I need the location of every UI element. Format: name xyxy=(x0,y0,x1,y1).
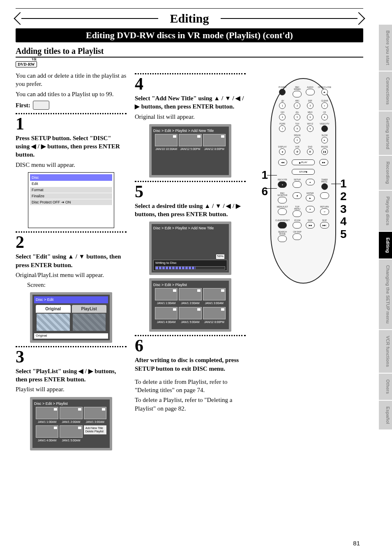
num-6-button: 6 xyxy=(307,114,314,120)
audio-button xyxy=(306,89,315,95)
num-9-button: 9 xyxy=(307,125,314,132)
osd-tab-original: Original xyxy=(36,305,71,313)
rew-button: ◀◀ xyxy=(278,159,287,166)
callout-right-3: 3 xyxy=(340,203,353,216)
num-5-button: 5 xyxy=(294,114,300,120)
tab-editing[interactable]: Editing xyxy=(379,232,392,259)
num-1-button: 1 xyxy=(279,102,286,109)
tab-others[interactable]: Others xyxy=(379,374,392,399)
tab-playing-discs[interactable]: Playing discs xyxy=(379,191,392,231)
tab-before-you-start[interactable]: Before you start xyxy=(379,25,392,71)
step-1-number: 1 xyxy=(16,115,127,132)
pause-button: ❚❚ xyxy=(321,148,328,155)
sub-header: Editing DVD-RW discs in VR mode (Playlis… xyxy=(16,28,363,42)
step-5-head: Select a desired title using ▲ / ▼ / ◀ /… xyxy=(135,203,241,217)
osd-playlist-screen: Disc > Edit > Playlist JAN/1 1:00AM JAN/… xyxy=(30,397,112,450)
num-7-button: 7 xyxy=(279,125,286,132)
osd-playlist-result-screen: Disc > Edit > Playlist JAN/1 1:00AM JAN/… xyxy=(149,278,231,332)
arrow-right-button xyxy=(320,192,329,199)
writing-pct: 58% xyxy=(216,254,224,259)
tab-espanol[interactable]: Español xyxy=(379,401,392,430)
dvd-rw-vr-badge: VR DVD-RW xyxy=(16,61,37,67)
chevron-left-icon xyxy=(14,12,26,25)
intro-p1: You can add or delete a title in the pla… xyxy=(16,72,127,88)
osd-edit-bread: Disc > Edit xyxy=(34,296,108,303)
dotted-separator xyxy=(135,335,246,336)
num-8-button: 8 xyxy=(294,125,300,132)
remote-control-diagram: 1 6 1 2 3 4 5 POWER REC SP xyxy=(270,78,336,284)
osd-addnew-bread: Disc > Edit > Playlist > Add New Title xyxy=(153,128,227,133)
step-4-body: Original list will appear. xyxy=(135,113,246,121)
dotted-separator xyxy=(16,113,127,114)
tab-getting-started[interactable]: Getting started xyxy=(379,111,392,155)
callout-right-2: 2 xyxy=(340,190,353,203)
osd-edit-foot: Original xyxy=(34,333,108,339)
rec-monitor-button xyxy=(278,197,287,203)
stop-button: STOP ■ xyxy=(292,169,315,175)
osd-disc-title: Disc xyxy=(30,174,112,181)
page-number: 81 xyxy=(353,540,360,547)
osd-playlist-bread: Disc > Edit > Playlist xyxy=(34,401,108,406)
dotted-separator xyxy=(16,231,127,233)
callout-right-4: 4 xyxy=(340,215,353,228)
left-column: You can add or delete a title in the pla… xyxy=(16,70,127,454)
osd-disc-item: Edit xyxy=(30,181,112,187)
display-button: ■ xyxy=(279,148,286,155)
step-2-number: 2 xyxy=(16,233,127,251)
tab-connections[interactable]: Connections xyxy=(379,72,392,111)
step-6-head: After writing to disc is completed, pres… xyxy=(135,357,239,372)
dvd-logo-icon xyxy=(33,101,49,110)
arrow-up-button: ▲ xyxy=(306,179,315,185)
ffwd-button: ▶▶ xyxy=(319,159,328,166)
chapter-title: Editing xyxy=(158,12,220,25)
tab-recording[interactable]: Recording xyxy=(379,156,392,189)
chevron-right-icon xyxy=(352,12,365,25)
num-0-button: 0 xyxy=(294,137,300,143)
skip-back-button: |◀◀ xyxy=(306,222,315,229)
return-button: ↩ xyxy=(320,208,329,215)
menu-list-button xyxy=(278,208,287,215)
clear-reset-button xyxy=(278,222,287,229)
step-2-head: Select "Edit" using ▲ / ▼ buttons, then … xyxy=(16,253,121,268)
video-tv-button xyxy=(321,125,328,132)
step-4-head: Select "Add New Title" using ▲ / ▼ / ◀ /… xyxy=(135,95,244,110)
callout-left-1: 1 xyxy=(255,169,268,182)
dotted-separator xyxy=(135,181,246,182)
skip-fwd-button: ▶▶| xyxy=(320,222,329,229)
zoom-button xyxy=(293,222,302,229)
tab-changing-setup-menu[interactable]: Changing the SETUP menu xyxy=(379,259,392,329)
osd-disc-item: Finalize xyxy=(30,193,112,199)
chapter-header: Editing xyxy=(16,9,363,28)
play-button: ▶ PLAY xyxy=(292,159,315,165)
power-button xyxy=(279,89,286,95)
step-6-body2: To delete a Playlist, refer to "Deleting… xyxy=(135,396,246,413)
top-menu-button xyxy=(293,210,302,217)
step-6-body1: To delete a title from Playlist, refer t… xyxy=(135,378,246,395)
slow-button: ► xyxy=(321,137,328,143)
intro-p2: You can add titles to a Playlist up to 9… xyxy=(16,90,127,98)
dvd-button: ⦿ xyxy=(307,148,314,155)
step-3-head: Select "PlayList" using ◀ / ▶ buttons, t… xyxy=(16,368,116,383)
osd-disc-item: Format xyxy=(30,187,112,193)
vcr-button: ⦿ xyxy=(294,148,300,155)
osd-tab-playlist: PlayList xyxy=(72,305,107,313)
enter-button: ▶ xyxy=(306,195,315,201)
step-3-body: Playlist will appear. xyxy=(16,385,127,393)
callout-right-5: 5 xyxy=(340,228,353,241)
step-6-number: 6 xyxy=(135,337,246,354)
writing-label: Writing to Disc xyxy=(155,261,176,265)
timer-prog-button xyxy=(321,183,328,190)
step-1-body: DISC menu will appear. xyxy=(16,161,127,169)
search-mode-button xyxy=(278,235,287,242)
osd-edit-screen: Disc > Edit Original PlayList Original xyxy=(30,292,112,342)
osd-disc-item: Disc Protect OFF ➔ ON xyxy=(30,199,112,205)
step-3-number: 3 xyxy=(16,348,127,365)
rec-otr-button: ● xyxy=(278,181,287,188)
osd-disc-menu: Disc Edit Format Finalize Disc Protect O… xyxy=(28,172,114,229)
open-close-button: ⏏ xyxy=(321,89,328,95)
callout-right-1: 1 xyxy=(340,178,353,190)
arrow-down-button: ▼ xyxy=(306,206,315,212)
tab-vcr-functions[interactable]: VCR functions xyxy=(379,330,392,373)
setup-button xyxy=(293,181,302,188)
cm-skip-button xyxy=(293,233,302,240)
